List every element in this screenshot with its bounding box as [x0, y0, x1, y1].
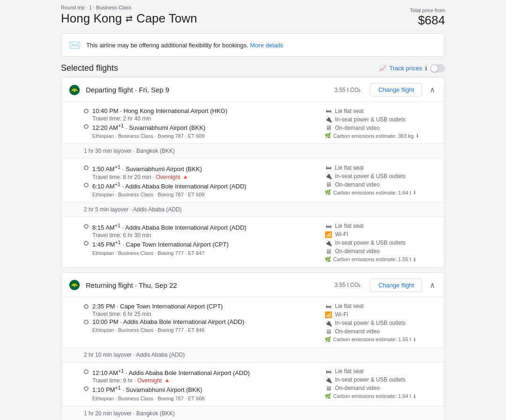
ret-travel-time-2: Travel time: 9 hr · Overnight 🔺: [92, 377, 317, 384]
ret-amenity-video-2: On-demand video: [335, 385, 380, 391]
envelope-icon: ✉️: [69, 39, 81, 51]
ret-wifi-icon-1: 📶: [325, 311, 332, 318]
svg-point-1: [74, 90, 75, 92]
amenity-lie-flat: Lie flat seat: [335, 108, 364, 114]
ret-amenity-power-2: In-seat power & USB outlets: [335, 376, 406, 383]
video-icon-3: 🖥: [325, 248, 332, 255]
arrive-time-1: 12:20 AM+1 · Suvarnabhumi Airport (BKK): [92, 123, 205, 131]
amenity-power-3: In-seat power & USB outlets: [335, 240, 406, 246]
track-prices-label: Track prices: [389, 65, 422, 72]
ret-depart-time-1: 2:35 PM · Cape Town International Airpor…: [92, 303, 223, 310]
info-icon-1: ℹ: [417, 133, 418, 138]
info-icon-2: ℹ: [414, 190, 416, 195]
origin-city: Hong Kong: [61, 11, 122, 26]
power-icon-2: 🔌: [325, 172, 332, 180]
destination-city: Cape Town: [136, 11, 197, 26]
power-icon: 🔌: [325, 116, 332, 123]
lie-flat-icon: 🛏: [325, 107, 332, 114]
ret-arrive-dot-1: [84, 320, 89, 324]
ret-amenity-video-1: On-demand video: [335, 328, 380, 335]
change-departing-flight-button[interactable]: Change flight: [370, 83, 422, 97]
collapse-returning-button[interactable]: ∧: [428, 281, 437, 290]
arrive-dot-3: [84, 241, 89, 246]
amenity-lie-flat-3: Lie flat seat: [335, 223, 364, 229]
depart-airport-1: Hong Kong International Airport (HKG): [123, 107, 227, 114]
arrive-time-3: 1:45 PM+1 · Cape Town International Airp…: [92, 240, 229, 248]
returning-co2: 3.55 t CO₂: [335, 282, 361, 288]
airline-logo-returning: [69, 279, 80, 291]
departing-flight-title: Departing flight · Fri, Sep 9: [86, 86, 329, 94]
ret-lie-flat-icon-1: 🛏: [325, 303, 332, 310]
depart-time-2: 1:50 AM+1 · Suvarnabhumi Airport (BKK): [92, 164, 202, 172]
travel-time-3: Travel time: 6 hr 30 min: [92, 232, 317, 239]
total-label: Total price from: [410, 8, 445, 13]
ret-layover-2: 1 hr 20 min layover · Bangkok (BKK): [61, 406, 445, 420]
ret-amenity-lie-flat-2: Lie flat seat: [335, 368, 364, 375]
ret-amenity-lie-flat-1: Lie flat seat: [335, 303, 364, 309]
ret-depart-dot-1: [84, 304, 89, 309]
airline-info-1: Ethiopian · Business Class · Boeing 787 …: [92, 133, 317, 139]
returning-segment-2: 12:10 AM+1 · Addis Ababa Bole Internatio…: [61, 362, 445, 406]
video-icon-2: 🖥: [325, 181, 332, 188]
trip-meta: Round trip · 1 · Business Class: [61, 5, 197, 10]
arrive-dot-2: [84, 183, 89, 188]
flexibility-banner: ✉️ This airline may be offering addition…: [61, 33, 445, 57]
change-returning-flight-button[interactable]: Change flight: [370, 278, 422, 292]
total-price: $684: [410, 13, 445, 28]
carbon-text-1: Carbon emissions estimate: 363 kg: [333, 133, 414, 139]
airline-info-3: Ethiopian · Business Class · Boeing 777 …: [92, 250, 317, 256]
amenity-lie-flat-2: Lie flat seat: [335, 165, 364, 171]
ret-arrive-time-2: 1:10 PM+1 · Suvarnabhumi Airport (BKK): [92, 385, 202, 393]
arrive-time-2: 6:10 AM+1 · Addis Ababa Bole Internation…: [92, 181, 246, 190]
airline-info-2: Ethiopian · Business Class · Boeing 787 …: [92, 192, 317, 197]
depart-dot-3: [84, 224, 89, 229]
amenity-power-2: In-seat power & USB outlets: [335, 173, 406, 180]
ret-arrive-time-1: 10:00 PM · Addis Ababa Bole Internationa…: [92, 318, 244, 325]
carbon-icon-1: 🌿: [325, 133, 331, 139]
banner-text: This airline may be offering additional …: [86, 42, 283, 49]
ret-amenities-2: 🛏Lie flat seat 🔌In-seat power & USB outl…: [325, 368, 437, 401]
amenities-2: 🛏Lie flat seat 🔌In-seat power & USB outl…: [325, 164, 437, 197]
returning-flight-title: Returning flight · Thu, Sep 22: [86, 281, 329, 289]
travel-time-2: Travel time: 8 hr 20 min · Overnight 🔺: [92, 174, 317, 180]
amenities-3: 🛏Lie flat seat 📶Wi-Fi 🔌In-seat power & U…: [325, 223, 437, 262]
airline-logo-departing: [69, 84, 80, 96]
amenity-video: On-demand video: [335, 125, 380, 131]
departing-segment-1: 10:40 PM · Hong Kong International Airpo…: [61, 102, 445, 144]
more-details-link[interactable]: More details: [250, 42, 283, 49]
carbon-icon-3: 🌿: [325, 256, 331, 262]
layover-2: 2 hr 5 min layover · Addis Ababa (ADD): [61, 202, 445, 217]
ret-info-icon-1: ℹ: [414, 337, 416, 342]
video-icon: 🖥: [325, 124, 332, 131]
collapse-departing-button[interactable]: ∧: [428, 85, 437, 94]
ret-depart-dot-2: [84, 369, 89, 374]
ret-video-icon-2: 🖥: [325, 385, 332, 392]
ret-carbon-icon-1: 🌿: [325, 337, 331, 343]
track-toggle[interactable]: [430, 64, 445, 73]
departing-flight-card: Departing flight · Fri, Sep 9 3.55 t CO₂…: [61, 77, 445, 268]
lie-flat-icon-3: 🛏: [325, 223, 332, 230]
ret-arrive-dot-2: [84, 386, 89, 391]
info-icon-3: ℹ: [414, 257, 416, 262]
track-prices-control[interactable]: 📈 Track prices ℹ: [379, 64, 445, 73]
depart-time-3: 8:15 AM+1 · Addis Ababa Bole Internation…: [92, 223, 246, 231]
amenity-video-3: On-demand video: [335, 248, 380, 255]
ret-info-icon-2: ℹ: [414, 394, 416, 399]
ret-airline-info-2: Ethiopian · Business Class · Boeing 787 …: [92, 396, 317, 401]
amenities-1: 🛏Lie flat seat 🔌In-seat power & USB outl…: [325, 107, 437, 139]
carbon-text-3: Carbon emissions estimate: 1.55 t: [333, 256, 411, 262]
ret-airline-info-1: Ethiopian · Business Class · Boeing 777 …: [92, 327, 317, 333]
section-title: Selected flights: [61, 63, 118, 73]
amenity-wifi-3: Wi-Fi: [335, 231, 348, 238]
svg-point-3: [74, 285, 75, 287]
power-icon-3: 🔌: [325, 240, 332, 247]
carbon-text-2: Carbon emissions estimate: 1.64 t: [333, 190, 411, 195]
wifi-icon-3: 📶: [325, 231, 332, 238]
ret-lie-flat-icon-2: 🛏: [325, 368, 332, 375]
depart-time-1: 10:40 PM · Hong Kong International Airpo…: [92, 107, 227, 114]
ret-layover-1: 2 hr 10 min layover · Addis Ababa (ADD): [61, 348, 445, 362]
departing-segment-3: 8:15 AM+1 · Addis Ababa Bole Internation…: [61, 217, 445, 267]
ret-power-icon-2: 🔌: [325, 376, 332, 383]
ret-amenities-1: 🛏Lie flat seat 📶Wi-Fi 🔌In-seat power & U…: [325, 303, 437, 343]
returning-flight-card: Returning flight · Thu, Sep 22 3.55 t CO…: [61, 272, 445, 420]
